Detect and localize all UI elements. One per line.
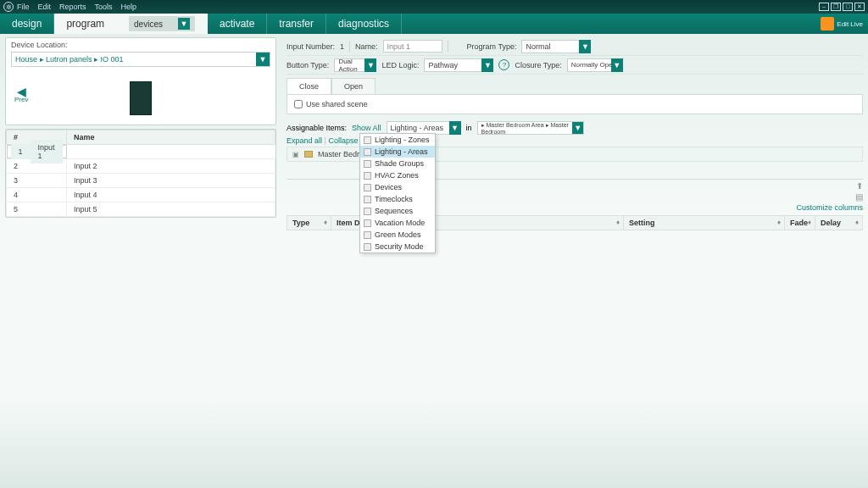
leaf-icon	[364, 231, 371, 239]
edit-live-toggle[interactable]: Edit Live	[821, 14, 868, 34]
device-icon	[364, 184, 371, 191]
sort-icon[interactable]: ♦	[855, 219, 859, 226]
program-type-value: Normal	[526, 42, 550, 51]
tab-diagnostics[interactable]: diagnostics	[326, 14, 402, 34]
closure-type-dropdown[interactable]: Normally Open▼	[567, 58, 623, 72]
scope-dropdown[interactable]: ▸ Master Bedroom Area ▸ Master Bedroom▼	[477, 121, 584, 135]
form-row-2: Button Type: Dual Action▼ LED Logic: Pat…	[287, 56, 863, 75]
menu-option-vacation-mode[interactable]: Vacation Mode	[360, 217, 435, 229]
chevron-down-icon: ▼	[449, 121, 461, 135]
clock-icon	[364, 196, 371, 203]
program-subselect: devices ▼	[117, 14, 208, 34]
table-row[interactable]: 1Input 1	[7, 145, 67, 158]
input-number-value: 1	[340, 42, 344, 51]
device-location-dropdown[interactable]: House ▸ Lutron panels ▸ IO 001 ▼	[11, 52, 270, 67]
sort-icon[interactable]: ♦	[808, 219, 811, 226]
menu-option-sequences[interactable]: Sequences	[360, 205, 435, 217]
sort-icon[interactable]: ♦	[324, 219, 327, 226]
chevron-down-icon: ▼	[481, 58, 493, 72]
device-location-panel: Device Location: House ▸ Lutron panels ▸…	[5, 37, 276, 125]
menu-tools[interactable]: Tools	[95, 3, 113, 11]
cell-num: 4	[7, 188, 67, 202]
table-row[interactable]: 5Input 5	[7, 202, 275, 217]
tab-design[interactable]: design	[0, 14, 54, 34]
shared-scene-input[interactable]	[294, 100, 303, 108]
program-type-dropdown[interactable]: Normal▼	[521, 40, 591, 53]
sequence-icon	[364, 208, 371, 215]
bulb-icon	[364, 136, 371, 144]
show-all-link[interactable]: Show All	[352, 124, 381, 132]
maximize-button[interactable]: □	[843, 3, 853, 11]
edit-live-label: Edit Live	[837, 20, 863, 28]
tab-close[interactable]: Close	[287, 78, 331, 94]
device-location-label: Device Location:	[6, 38, 275, 52]
prev-device-button[interactable]: ◀ Prev	[14, 87, 28, 103]
close-window-button[interactable]: ✕	[854, 3, 865, 11]
filter-icon[interactable]: ▤	[855, 192, 863, 202]
table-row[interactable]: 4Input 4	[7, 188, 275, 202]
sort-icon[interactable]: ♦	[777, 219, 781, 226]
help-icon[interactable]: ?	[498, 59, 509, 70]
col-setting[interactable]: Setting♦	[624, 216, 785, 230]
chevron-down-icon: ▼	[572, 121, 584, 135]
option-label: Sequences	[375, 207, 413, 215]
sidebar: Device Location: House ▸ Lutron panels ▸…	[0, 34, 281, 488]
col-fade[interactable]: Fade♦	[785, 216, 815, 230]
menu-option-lighting-areas[interactable]: Lighting - Areas	[360, 146, 435, 158]
sort-icon[interactable]: ♦	[616, 219, 620, 226]
input-number-label: Input Number:	[287, 42, 335, 51]
led-logic-label: LED Logic:	[381, 61, 419, 69]
menu-help[interactable]: Help	[121, 3, 137, 11]
tab-activate[interactable]: activate	[208, 14, 267, 34]
tab-transfer[interactable]: transfer	[267, 14, 326, 34]
device-dropdown-value: devices	[134, 19, 163, 29]
button-type-dropdown[interactable]: Dual Action▼	[334, 58, 376, 72]
chevron-down-icon: ▼	[579, 40, 591, 53]
col-name[interactable]: Name	[67, 130, 275, 145]
menu-option-shade-groups[interactable]: Shade Groups	[360, 158, 435, 169]
option-label: Lighting - Areas	[375, 147, 428, 156]
inputs-panel: # Name 1Input 1 2Input 2 3Input 3 4Input…	[5, 129, 276, 218]
menu-option-green-modes[interactable]: Green Modes	[360, 229, 435, 241]
option-label: Vacation Mode	[375, 219, 425, 227]
menu-file[interactable]: File	[17, 3, 30, 11]
program-type-label: Program Type:	[467, 42, 517, 51]
assignable-items-label: Assignable Items:	[287, 124, 347, 132]
option-label: Timeclocks	[375, 195, 413, 203]
arrow-left-icon: ◀	[14, 87, 28, 96]
chevron-down-icon: ▼	[256, 53, 270, 66]
col-type[interactable]: Type♦	[287, 216, 331, 230]
option-label: HVAC Zones	[375, 171, 419, 180]
option-label: Devices	[375, 183, 402, 191]
device-dropdown[interactable]: devices ▼	[129, 16, 195, 31]
main-tab-strip: design program devices ▼ activate transf…	[0, 14, 868, 34]
menu-reports[interactable]: Reports	[59, 3, 86, 11]
assignable-filter-menu: Lighting - Zones Lighting - Areas Shade …	[359, 133, 436, 253]
prev-label: Prev	[14, 96, 28, 103]
menu-option-timeclocks[interactable]: Timeclocks	[360, 193, 435, 205]
menu-option-hvac-zones[interactable]: HVAC Zones	[360, 169, 435, 181]
name-input[interactable]	[383, 40, 442, 53]
restore-button[interactable]: ❐	[831, 3, 841, 11]
menu-edit[interactable]: Edit	[38, 3, 52, 11]
cell-name: Input 3	[67, 174, 275, 188]
cell-name: Input 5	[67, 202, 275, 217]
col-delay[interactable]: Delay♦	[815, 216, 863, 230]
tab-program[interactable]: program	[54, 14, 117, 34]
table-row[interactable]: 3Input 3	[7, 174, 275, 188]
vacation-icon	[364, 219, 371, 227]
menu-option-lighting-zones[interactable]: Lighting - Zones	[360, 134, 435, 146]
tab-open[interactable]: Open	[331, 78, 376, 94]
expand-toggle-icon[interactable]: ▣	[292, 151, 299, 158]
shared-scene-checkbox[interactable]: Use shared scene	[294, 100, 855, 108]
name-label: Name:	[355, 42, 378, 51]
expand-all-link[interactable]: Expand all	[287, 136, 322, 145]
shared-scene-label: Use shared scene	[306, 100, 368, 108]
move-up-icon[interactable]: ⬆	[856, 181, 863, 191]
menu-option-security-mode[interactable]: Security Mode	[360, 241, 435, 252]
minimize-button[interactable]: –	[819, 3, 829, 11]
led-logic-value: Pathway	[428, 61, 458, 69]
led-logic-dropdown[interactable]: Pathway▼	[424, 58, 493, 72]
menu-option-devices[interactable]: Devices	[360, 181, 435, 193]
option-label: Security Mode	[375, 242, 424, 251]
